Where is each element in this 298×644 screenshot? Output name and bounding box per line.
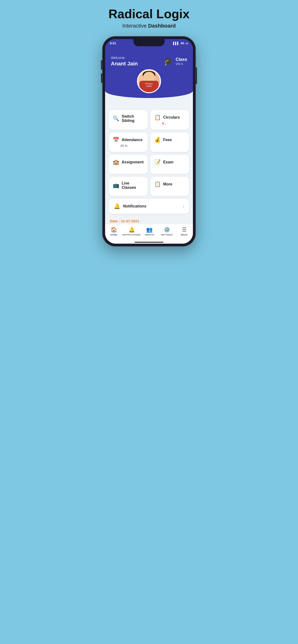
app-subtitle: Interactive Dashboard [108, 23, 190, 29]
fees-icon: 💰 [154, 137, 161, 143]
home-icon: 🏠 [111, 227, 117, 233]
notifications-chevron: › [183, 204, 184, 209]
bottom-nav: 🏠 HOME 🔔 NOTIFICATIONS 👥 SWITCH ⚙️ SETTI… [105, 224, 193, 241]
row-1: 🔍 Switch Sibling 📋 Circulars 4 ↓ [109, 110, 189, 130]
student-name: Anant Jain [111, 60, 138, 67]
live-classes-card[interactable]: 📺 Live Classes [109, 177, 147, 196]
attendance-card[interactable]: 📅 Attendance 85 % [109, 132, 147, 152]
notifications-row[interactable]: 🔔 Notifications › [109, 199, 189, 214]
page-header: Radical Logix Interactive Dashboard [108, 7, 190, 29]
home-label: HOME [110, 234, 117, 236]
subtitle-normal: Interactive [122, 23, 148, 29]
student-avatar: IT'S ALLCOOL [137, 69, 161, 93]
app-title: Radical Logix [108, 7, 190, 21]
row-2: 📅 Attendance 85 % 💰 Fees [109, 132, 189, 152]
welcome-block: Welcome Anant Jain [111, 56, 138, 67]
notifications-icon: 🔔 [114, 203, 120, 210]
phone-frame: 8:51 ▌▌▌ 4G ▭ Welcome Anant Jain 🎓 Class [102, 36, 196, 246]
class-value: VIII A [176, 62, 187, 66]
circulars-label: Circulars [163, 115, 180, 120]
circulars-card[interactable]: 📋 Circulars 4 ↓ [151, 110, 189, 130]
more-card[interactable]: 📋 More [151, 177, 189, 196]
nav-menu[interactable]: ☰ MENU [175, 227, 193, 236]
row-4: 📺 Live Classes 📋 More [109, 177, 189, 196]
graduation-icon: 🎓 [164, 57, 173, 66]
date-row: Date : 31-07-2021 [109, 216, 189, 224]
status-bar-area: 8:51 ▌▌▌ 4G ▭ [105, 39, 193, 51]
exam-icon: 📝 [154, 159, 161, 165]
class-label: Class [176, 57, 187, 62]
nav-home[interactable]: 🏠 HOME [105, 227, 123, 236]
menu-label: MENU [181, 234, 188, 236]
nav-settings[interactable]: ⚙️ SETTINGS [158, 227, 176, 236]
attendance-label: Attendance [122, 138, 142, 142]
battery-icon: ▭ [186, 42, 188, 45]
wave-area: IT'S ALLCOOL [105, 84, 193, 98]
settings-icon: ⚙️ [164, 227, 170, 233]
live-classes-icon: 📺 [113, 182, 119, 188]
more-label: More [163, 182, 172, 186]
live-classes-label: Live Classes [122, 181, 144, 190]
notifications-label: Notifications [123, 204, 146, 208]
exam-label: Exam [163, 160, 174, 164]
nav-notifications-icon: 🔔 [128, 227, 135, 233]
circulars-count: 4 ↓ [162, 122, 167, 125]
menu-icon: ☰ [182, 227, 187, 233]
switch-icon: 👥 [146, 227, 153, 233]
exam-card[interactable]: 📝 Exam [151, 155, 189, 174]
nav-switch[interactable]: 👥 SWITCH [140, 227, 158, 236]
home-indicator [105, 241, 193, 244]
welcome-label: Welcome [111, 56, 138, 60]
signal-icon: ▌▌▌ [173, 42, 179, 45]
switch-sibling-card[interactable]: 🔍 Switch Sibling [109, 110, 147, 130]
attendance-value: 85 % [120, 144, 128, 148]
settings-label: SETTINGS [161, 234, 173, 236]
class-info: 🎓 Class VIII A [164, 57, 187, 66]
more-icon: 📋 [154, 181, 161, 187]
row-3: 🏫 Assignment 📝 Exam [109, 155, 189, 174]
switch-sibling-icon: 🔍 [113, 116, 119, 122]
attendance-icon: 📅 [113, 137, 119, 143]
assignment-card[interactable]: 🏫 Assignment [109, 155, 147, 174]
assignment-icon: 🏫 [113, 159, 119, 165]
assignment-label: Assignment [122, 160, 144, 164]
fees-card[interactable]: 💰 Fees [151, 132, 189, 152]
nav-notifications-label: NOTIFICATIONS [123, 234, 141, 236]
main-content: 🔍 Switch Sibling 📋 Circulars 4 ↓ 📅 [105, 98, 193, 224]
nav-notifications[interactable]: 🔔 NOTIFICATIONS [123, 227, 141, 236]
status-icons: ▌▌▌ 4G ▭ [173, 42, 188, 45]
switch-label: SWITCH [145, 234, 154, 236]
switch-sibling-label: Switch Sibling [122, 114, 144, 123]
phone-screen: 8:51 ▌▌▌ 4G ▭ Welcome Anant Jain 🎓 Class [105, 39, 193, 244]
status-time: 8:51 [110, 42, 116, 45]
fees-label: Fees [163, 138, 172, 142]
circulars-icon: 📋 [154, 114, 161, 120]
subtitle-bold: Dashboard [148, 23, 176, 29]
network-type: 4G [181, 42, 184, 45]
